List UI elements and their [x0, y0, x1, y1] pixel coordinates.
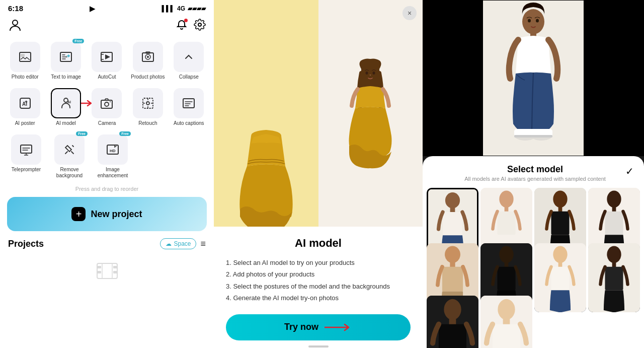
tool-product-photos-label: Product photos: [131, 74, 165, 80]
tool-ai-model[interactable]: AI AI model: [47, 86, 85, 128]
svg-point-15: [105, 102, 109, 106]
svg-point-43: [528, 19, 531, 23]
svg-rect-72: [551, 267, 569, 290]
svg-rect-48: [443, 212, 462, 235]
free-badge-remove-bg: Free: [76, 131, 88, 136]
modal-step-4: 4. Generate the AI model try-on photos: [226, 292, 411, 304]
modal-step-2: 2. Add photos of your products: [226, 268, 411, 280]
tool-image-enhance[interactable]: Free HD Image enhancement: [93, 132, 133, 181]
svg-rect-3: [21, 54, 25, 57]
tool-remove-bg[interactable]: Free Remove background: [49, 132, 90, 181]
top-icons-bar: [0, 15, 214, 38]
space-button[interactable]: ☁ Space: [160, 238, 196, 249]
svg-point-16: [110, 101, 111, 102]
select-model-title: Select model: [445, 164, 625, 175]
svg-marker-6: [105, 54, 110, 59]
ai-model-panel: × AI model 1. Select an AI model to try …: [214, 0, 423, 348]
svg-rect-26: [113, 266, 117, 268]
modal-bottom: AI model 1. Select an AI model to try on…: [214, 227, 423, 348]
product-model-right: [318, 0, 423, 227]
select-model-title-block: Select model All models are AI avatars g…: [445, 164, 625, 182]
tool-photo-editor[interactable]: Photo editor: [6, 40, 44, 82]
svg-rect-52: [497, 212, 515, 235]
product-preview: [214, 0, 423, 227]
tool-autocut[interactable]: AutoCut: [88, 40, 126, 82]
tool-autocut-label: AutoCut: [98, 74, 116, 80]
model-thumb-8[interactable]: [588, 243, 640, 312]
svg-rect-64: [442, 267, 463, 292]
svg-point-44: [536, 19, 539, 23]
bell-icon[interactable]: [176, 19, 188, 33]
scroll-indicator: [226, 340, 411, 347]
modal-title: AI model: [226, 237, 411, 250]
svg-point-18: [146, 102, 149, 105]
modal-steps: 1. Select an AI model to try on your pro…: [226, 257, 411, 304]
tool-product-photos[interactable]: Product photos: [129, 40, 167, 82]
svg-point-9: [147, 56, 149, 58]
svg-point-0: [13, 20, 18, 25]
projects-header: Projects ☁ Space ≡: [0, 231, 214, 253]
svg-point-46: [445, 192, 460, 208]
tool-teleprompter[interactable]: Teleprompter: [6, 132, 46, 181]
svg-point-78: [444, 299, 461, 320]
tool-grid-row2: AI AI poster AI AI m: [0, 84, 214, 130]
free-badge-img-enhance: Free: [119, 131, 131, 136]
svg-point-66: [499, 246, 513, 263]
tool-retouch[interactable]: Retouch: [129, 86, 167, 128]
tool-auto-captions[interactable]: Auto captions: [170, 86, 208, 128]
model-thumb-9[interactable]: [427, 296, 478, 348]
model-thumb-10[interactable]: [480, 296, 532, 348]
tool-camera[interactable]: Camera: [88, 86, 126, 128]
svg-point-70: [553, 246, 567, 263]
free-badge-text-to-image: Free: [72, 39, 84, 43]
svg-text:AI: AI: [67, 100, 71, 104]
svg-rect-71: [558, 262, 562, 267]
tool-camera-label: Camera: [98, 120, 116, 126]
svg-rect-79: [449, 319, 456, 325]
svg-point-62: [445, 246, 460, 263]
status-bar: 6:18 ▶ ▌▌▌ 4G ▰▰▰▰: [0, 0, 214, 15]
svg-rect-20: [21, 145, 32, 153]
tool-collapse[interactable]: Collapse: [170, 40, 208, 82]
status-right: ▌▌▌ 4G ▰▰▰▰: [162, 5, 206, 12]
projects-title: Projects: [8, 239, 44, 249]
svg-rect-25: [97, 271, 101, 273]
svg-text:HD: HD: [110, 149, 116, 153]
space-cloud-icon: ☁: [166, 240, 172, 247]
new-project-button[interactable]: + New project: [7, 197, 207, 231]
try-now-button[interactable]: Try now: [226, 314, 411, 340]
tool-ai-poster[interactable]: AI AI poster: [6, 86, 44, 128]
network-type: 4G: [177, 5, 185, 12]
tool-retouch-label: Retouch: [138, 120, 157, 126]
model-preview-top: [423, 0, 644, 156]
svg-rect-19: [183, 99, 194, 108]
svg-rect-67: [505, 262, 509, 267]
tool-photo-editor-label: Photo editor: [12, 74, 39, 80]
user-icon[interactable]: [8, 18, 22, 34]
select-model-subtitle: All models are AI avatars generated with…: [445, 176, 625, 182]
svg-rect-47: [450, 207, 455, 213]
select-model-confirm-button[interactable]: ✓: [625, 165, 634, 177]
svg-rect-80: [439, 324, 466, 348]
status-time: 6:18: [8, 4, 23, 13]
model-thumb-7[interactable]: [534, 243, 586, 312]
projects-actions: ☁ Space ≡: [160, 238, 206, 249]
svg-point-1: [198, 23, 201, 26]
select-model-header: Select model All models are AI avatars g…: [423, 156, 644, 186]
try-now-arrow: [325, 323, 352, 331]
modal-step-1: 1. Select an AI model to try on your pro…: [226, 257, 411, 268]
svg-point-33: [373, 72, 375, 75]
try-now-label: Try now: [284, 322, 318, 332]
svg-rect-59: [612, 207, 616, 212]
tool-text-to-image[interactable]: Free Text to image: [47, 40, 85, 82]
settings-icon[interactable]: [194, 19, 206, 33]
list-sort-icon[interactable]: ≡: [200, 239, 206, 249]
modal-close-button[interactable]: ×: [403, 6, 417, 20]
phone-panel: 6:18 ▶ ▌▌▌ 4G ▰▰▰▰: [0, 0, 214, 348]
space-label: Space: [174, 240, 191, 247]
svg-rect-24: [97, 266, 101, 268]
svg-rect-76: [605, 267, 623, 290]
location-icon: ▶: [90, 5, 95, 13]
new-project-plus-icon: +: [71, 207, 86, 221]
svg-rect-68: [497, 267, 515, 290]
